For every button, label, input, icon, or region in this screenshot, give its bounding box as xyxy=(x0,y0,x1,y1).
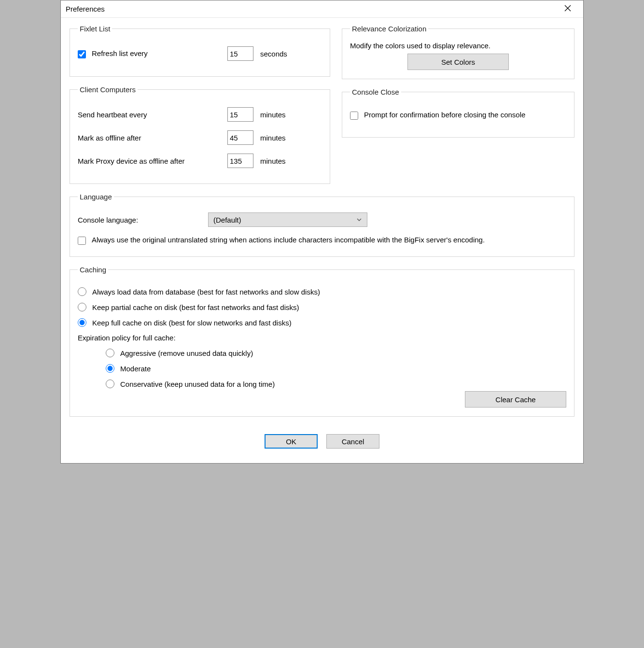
fixlet-list-legend: Fixlet List xyxy=(78,25,112,33)
refresh-list-checkbox[interactable] xyxy=(78,50,86,58)
prompt-close-checkbox[interactable] xyxy=(350,112,358,120)
console-language-value: (Default) xyxy=(213,216,241,224)
set-colors-button[interactable]: Set Colors xyxy=(407,54,509,70)
cache-always-load-label: Always load data from database (best for… xyxy=(92,288,320,296)
expire-conservative-radio[interactable] xyxy=(106,380,114,388)
caching-group: Caching Always load data from database (… xyxy=(70,266,574,417)
prompt-close-label: Prompt for confirmation before closing t… xyxy=(364,111,525,119)
heartbeat-label: Send heartbeat every xyxy=(78,111,227,119)
expiration-policy-label: Expiration policy for full cache: xyxy=(78,334,566,342)
refresh-unit-label: seconds xyxy=(260,50,287,58)
language-legend: Language xyxy=(78,193,114,201)
proxy-offline-input[interactable] xyxy=(227,154,253,168)
cache-partial-radio[interactable] xyxy=(78,303,86,311)
chevron-down-icon xyxy=(356,216,362,224)
close-button[interactable] xyxy=(557,2,578,16)
heartbeat-input[interactable] xyxy=(227,107,253,122)
proxy-offline-unit: minutes xyxy=(260,157,286,165)
console-close-group: Console Close Prompt for confirmation be… xyxy=(342,88,574,138)
relevance-colorization-legend: Relevance Colorization xyxy=(350,25,428,33)
proxy-offline-label: Mark Proxy device as offline after xyxy=(78,157,227,165)
cache-partial-label: Keep partial cache on disk (best for fas… xyxy=(92,303,299,311)
clear-cache-button[interactable]: Clear Cache xyxy=(465,391,566,408)
refresh-list-label: Refresh list every xyxy=(92,49,148,57)
cache-full-radio[interactable] xyxy=(78,318,86,327)
window-title: Preferences xyxy=(66,5,105,13)
offline-input[interactable] xyxy=(227,130,253,145)
console-close-legend: Console Close xyxy=(350,88,401,96)
relevance-colorization-group: Relevance Colorization Modify the colors… xyxy=(342,25,574,79)
refresh-interval-input[interactable] xyxy=(227,46,253,61)
cache-always-load-radio[interactable] xyxy=(78,287,86,296)
cache-full-label: Keep full cache on disk (best for slow n… xyxy=(92,319,292,327)
heartbeat-unit: minutes xyxy=(260,111,286,119)
expire-conservative-label: Conservative (keep unused data for a lon… xyxy=(120,380,275,388)
titlebar: Preferences xyxy=(61,0,583,18)
expire-moderate-radio[interactable] xyxy=(106,364,114,373)
client-computers-legend: Client Computers xyxy=(78,85,138,94)
cancel-button[interactable]: Cancel xyxy=(326,434,379,449)
language-group: Language Console language: (Default) Alw… xyxy=(70,193,574,257)
console-language-select[interactable]: (Default) xyxy=(208,212,367,227)
untranslated-string-checkbox[interactable] xyxy=(78,237,86,245)
offline-unit: minutes xyxy=(260,134,286,142)
client-computers-group: Client Computers Send heartbeat every mi… xyxy=(70,85,330,184)
caching-legend: Caching xyxy=(78,266,108,274)
expire-aggressive-radio[interactable] xyxy=(106,349,114,357)
preferences-dialog: Preferences Fixlet List Refresh list eve… xyxy=(60,0,584,464)
fixlet-list-group: Fixlet List Refresh list every seconds xyxy=(70,25,330,77)
expire-moderate-label: Moderate xyxy=(120,365,151,373)
ok-button[interactable]: OK xyxy=(265,434,318,449)
close-icon xyxy=(564,5,571,14)
console-language-label: Console language: xyxy=(78,216,208,224)
offline-label: Mark as offline after xyxy=(78,134,227,142)
expire-aggressive-label: Aggressive (remove unused data quickly) xyxy=(120,349,253,357)
dialog-footer: OK Cancel xyxy=(70,425,574,458)
relevance-desc: Modify the colors used to display releva… xyxy=(350,42,566,50)
untranslated-string-label: Always use the original untranslated str… xyxy=(92,236,485,244)
content-area: Fixlet List Refresh list every seconds C… xyxy=(61,18,583,463)
